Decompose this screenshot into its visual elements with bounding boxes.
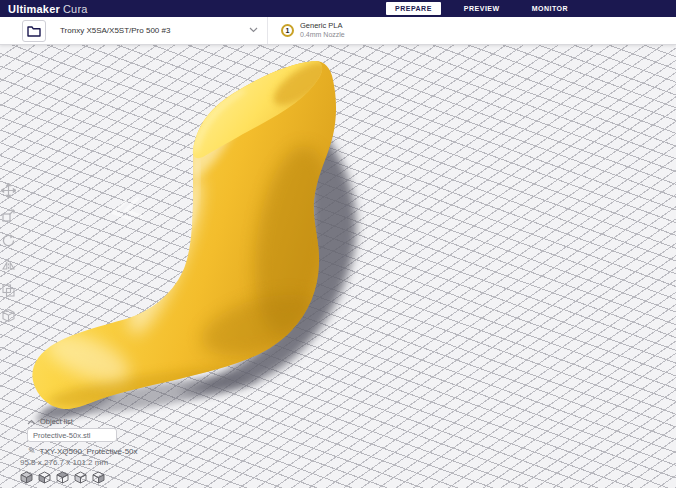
move-icon — [1, 183, 16, 198]
view-top-button[interactable] — [55, 470, 69, 485]
mirror-icon — [1, 258, 16, 273]
model-dimensions: 95.8 x 276.7 x 101.2 mm — [20, 458, 108, 467]
printer-name: Tronxy X5SA/X5ST/Pro 500 #3 — [60, 26, 170, 35]
printer-selector[interactable]: Tronxy X5SA/X5ST/Pro 500 #3 — [48, 17, 268, 44]
stage-tabs: PREPARE PREVIEW MONITOR — [386, 1, 577, 16]
material-selector[interactable]: 1 Generic PLA 0.4mm Nozzle — [268, 17, 345, 44]
object-file-name: Protective-50x.stl — [33, 431, 91, 440]
tab-monitor[interactable]: MONITOR — [523, 2, 577, 15]
view-3d-button[interactable] — [19, 470, 33, 485]
tab-prepare[interactable]: PREPARE — [386, 2, 441, 15]
rotate-tool-button[interactable] — [1, 233, 16, 248]
chevron-up-icon — [27, 419, 36, 425]
app-header: UltimakerCura PREPARE PREVIEW MONITOR — [0, 0, 676, 17]
object-list-toggle[interactable]: Object list — [27, 417, 73, 426]
object-list-item[interactable]: Protective-50x.stl — [27, 428, 117, 442]
scale-tool-button[interactable] — [1, 208, 16, 223]
per-model-settings-icon — [1, 283, 16, 298]
tool-column — [1, 183, 16, 323]
view-front-button[interactable] — [37, 470, 51, 485]
nozzle-size: 0.4mm Nozzle — [300, 31, 345, 40]
job-name: TXY-XQ500_Protective-50x — [40, 447, 138, 456]
rotate-icon — [1, 233, 16, 248]
support-blocker-icon — [1, 308, 16, 323]
brand-name: Ultimaker — [8, 3, 60, 15]
cube-top-icon — [56, 471, 69, 484]
edit-pencil-icon: ✎ — [28, 446, 36, 456]
cube-3d-icon — [20, 471, 33, 484]
move-tool-button[interactable] — [1, 183, 16, 198]
cube-right-icon — [92, 471, 105, 484]
cube-front-icon — [38, 471, 51, 484]
3d-viewport[interactable] — [0, 45, 676, 488]
folder-icon — [27, 25, 41, 37]
camera-view-presets — [19, 470, 105, 485]
job-name-row[interactable]: ✎ TXY-XQ500_Protective-50x — [28, 446, 138, 456]
scale-icon — [1, 208, 16, 223]
tab-preview[interactable]: PREVIEW — [455, 2, 509, 15]
view-right-button[interactable] — [91, 470, 105, 485]
mirror-tool-button[interactable] — [1, 258, 16, 273]
product-name: Cura — [63, 3, 88, 15]
view-left-button[interactable] — [73, 470, 87, 485]
chevron-down-icon — [249, 27, 258, 33]
support-blocker-tool-button[interactable] — [1, 308, 16, 323]
open-file-button[interactable] — [22, 20, 46, 42]
extruder-badge: 1 — [281, 24, 294, 37]
object-list-label: Object list — [40, 417, 73, 426]
app-logo: UltimakerCura — [8, 3, 88, 15]
configuration-toolbar: Tronxy X5SA/X5ST/Pro 500 #3 1 Generic PL… — [0, 17, 676, 45]
material-type: Generic PLA — [300, 21, 345, 30]
material-info: Generic PLA 0.4mm Nozzle — [300, 21, 345, 39]
cura-window: UltimakerCura PREPARE PREVIEW MONITOR Tr… — [0, 0, 676, 488]
per-model-settings-tool-button[interactable] — [1, 283, 16, 298]
cube-left-icon — [74, 471, 87, 484]
